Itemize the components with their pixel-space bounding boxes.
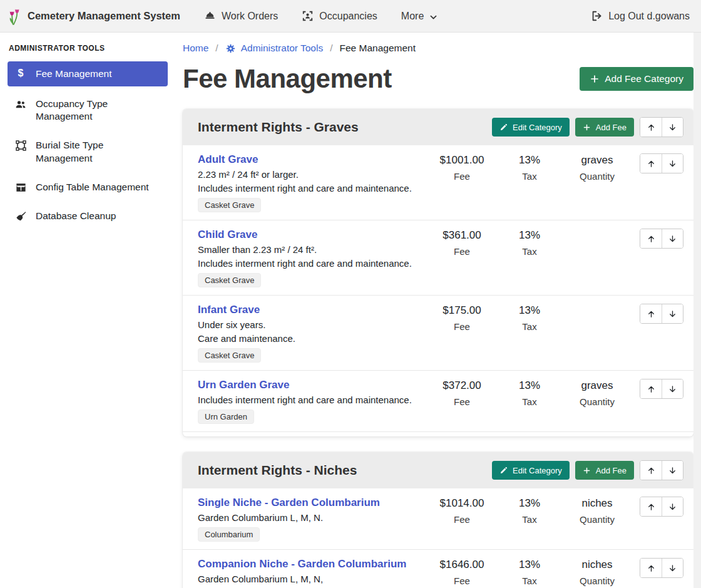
edit-category-button[interactable]: Edit Category bbox=[492, 461, 570, 480]
breadcrumb-home-link[interactable]: Home bbox=[183, 43, 208, 54]
fee-category-header: Interment Rights - Graves Edit Category … bbox=[183, 109, 693, 145]
fee-name-link[interactable]: Urn Garden Grave bbox=[198, 379, 289, 391]
app-brand[interactable]: Cemetery Management System bbox=[8, 7, 180, 26]
sidebar: ADMINISTRATOR TOOLS $ Fee Management Occ… bbox=[0, 33, 175, 588]
fee-reorder-controls bbox=[640, 379, 683, 399]
arrow-up-icon bbox=[647, 502, 656, 512]
fee-amount-column: $372.00 Fee bbox=[428, 379, 496, 407]
top-navbar: Cemetery Management System Work Orders O… bbox=[0, 0, 701, 33]
move-fee-down-button[interactable] bbox=[662, 304, 683, 323]
sidebar-item-occupancy-type-management[interactable]: Occupancy Type Management bbox=[8, 93, 168, 128]
fee-quantity-value: niches bbox=[563, 559, 631, 571]
fee-name-link[interactable]: Child Grave bbox=[198, 229, 257, 241]
sidebar-item-config-table-management[interactable]: Config Table Management bbox=[8, 176, 168, 199]
fee-category-card: Interment Rights - Niches Edit Category … bbox=[183, 452, 693, 588]
fee-amount-column: $175.00 Fee bbox=[428, 304, 496, 332]
move-fee-down-button[interactable] bbox=[662, 379, 683, 398]
nav-item-label: Occupancies bbox=[319, 11, 377, 22]
fee-tax-value: 13% bbox=[496, 154, 563, 167]
move-category-up-button[interactable] bbox=[640, 118, 662, 137]
fee-description: Smaller than 2.23 m² / 24 ft². bbox=[198, 244, 422, 255]
nav-item-occupancies[interactable]: Occupancies bbox=[302, 10, 377, 22]
vertical-scrollbar[interactable] bbox=[693, 33, 701, 588]
logout-label: Log Out d.gowans bbox=[608, 11, 690, 22]
arrow-up-icon bbox=[647, 159, 656, 168]
move-fee-down-button[interactable] bbox=[662, 229, 683, 248]
logout-link[interactable]: Log Out d.gowans bbox=[591, 10, 690, 22]
move-category-down-button[interactable] bbox=[662, 118, 683, 137]
add-fee-button[interactable]: Add Fee bbox=[575, 461, 634, 480]
fee-row: Child Grave Smaller than 2.23 m² / 24 ft… bbox=[183, 220, 693, 295]
fee-description: Under six years. bbox=[198, 319, 422, 330]
arrow-down-icon bbox=[668, 564, 677, 573]
fee-amount-label: Fee bbox=[428, 396, 496, 407]
move-fee-up-button[interactable] bbox=[640, 304, 662, 323]
arrow-down-icon bbox=[668, 466, 677, 475]
add-fee-button[interactable]: Add Fee bbox=[575, 118, 634, 137]
fee-quantity-column bbox=[563, 304, 631, 309]
fee-row: Adult Grave 2.23 m² / 24 ft² or larger.I… bbox=[183, 145, 693, 220]
move-fee-up-button[interactable] bbox=[640, 229, 662, 248]
plus-icon bbox=[583, 123, 591, 132]
sidebar-item-burial-site-type-management[interactable]: Burial Site Type Management bbox=[8, 134, 168, 169]
move-category-down-button[interactable] bbox=[662, 461, 683, 480]
fee-description: Includes interment right and care and ma… bbox=[198, 258, 422, 269]
fee-tax-column: 13% Tax bbox=[496, 497, 563, 525]
breadcrumb-separator: / bbox=[330, 43, 332, 54]
fee-description: Includes interment right and care and ma… bbox=[198, 183, 422, 193]
fee-tax-label: Tax bbox=[496, 246, 563, 257]
main-content: Home / Administrator To bbox=[175, 33, 701, 588]
move-fee-up-button[interactable] bbox=[640, 154, 662, 173]
sidebar-item-label: Occupancy Type Management bbox=[36, 98, 161, 123]
plot-frame-icon bbox=[14, 140, 28, 152]
gear-icon bbox=[225, 43, 236, 54]
fee-quantity-label: Quantity bbox=[563, 396, 631, 407]
fee-type-badge: Columbarium bbox=[198, 527, 260, 542]
nav-item-label: More bbox=[401, 11, 424, 22]
move-fee-down-button[interactable] bbox=[662, 497, 683, 516]
fee-tax-label: Tax bbox=[496, 514, 563, 525]
move-fee-up-button[interactable] bbox=[640, 379, 662, 398]
add-fee-category-button[interactable]: Add Fee Category bbox=[580, 67, 693, 91]
arrow-down-icon bbox=[668, 123, 677, 132]
sidebar-item-database-cleanup[interactable]: Database Cleanup bbox=[8, 205, 168, 227]
dollar-icon: $ bbox=[14, 68, 28, 78]
people-icon bbox=[14, 98, 28, 111]
fee-category-title: Interment Rights - Graves bbox=[198, 120, 486, 135]
move-fee-up-button[interactable] bbox=[640, 559, 662, 577]
arrow-down-icon bbox=[668, 159, 677, 168]
move-fee-down-button[interactable] bbox=[662, 559, 683, 577]
fee-tax-column: 13% Tax bbox=[496, 379, 563, 407]
fee-amount-value: $372.00 bbox=[428, 379, 496, 392]
fee-name-link[interactable]: Infant Grave bbox=[198, 304, 260, 316]
fee-reorder-controls bbox=[640, 497, 683, 517]
sidebar-section-title: ADMINISTRATOR TOOLS bbox=[0, 39, 175, 60]
fee-amount-value: $1646.00 bbox=[428, 559, 496, 571]
edit-category-button[interactable]: Edit Category bbox=[492, 118, 570, 137]
fee-quantity-column: graves Quantity bbox=[563, 153, 631, 182]
fee-name-link[interactable]: Single Niche - Garden Columbarium bbox=[198, 497, 380, 509]
fee-name-link[interactable]: Adult Grave bbox=[198, 153, 258, 166]
nav-item-more[interactable]: More bbox=[401, 11, 437, 22]
move-fee-down-button[interactable] bbox=[662, 154, 683, 173]
fee-name-link[interactable]: Companion Niche - Garden Columbarium bbox=[198, 558, 406, 570]
arrow-up-icon bbox=[647, 123, 656, 132]
fee-tax-column: 13% Tax bbox=[496, 153, 563, 182]
arrow-down-icon bbox=[668, 502, 677, 512]
sidebar-item-fee-management[interactable]: $ Fee Management bbox=[8, 61, 168, 86]
fee-quantity-value: graves bbox=[563, 379, 631, 392]
arrow-down-icon bbox=[668, 309, 677, 319]
fee-amount-value: $1001.00 bbox=[428, 154, 496, 167]
breadcrumb-admin-tools-link[interactable]: Administrator Tools bbox=[225, 43, 324, 54]
fee-amount-column: $361.00 Fee bbox=[428, 229, 496, 257]
fee-amount-column: $1001.00 Fee bbox=[428, 153, 496, 182]
move-category-up-button[interactable] bbox=[640, 461, 662, 480]
fee-tax-value: 13% bbox=[496, 379, 563, 392]
nav-item-work-orders[interactable]: Work Orders bbox=[204, 10, 278, 22]
move-fee-up-button[interactable] bbox=[640, 497, 662, 516]
fee-amount-label: Fee bbox=[428, 575, 496, 586]
pencil-icon bbox=[499, 123, 508, 132]
app-title: Cemetery Management System bbox=[28, 10, 180, 22]
sidebar-item-label: Burial Site Type Management bbox=[36, 139, 161, 164]
category-reorder-controls bbox=[640, 117, 683, 137]
